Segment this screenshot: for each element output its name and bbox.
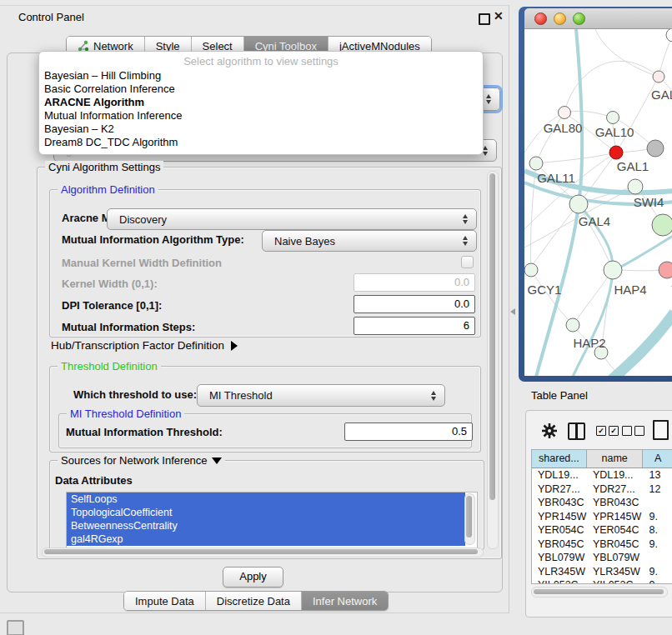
checked-columns-icon[interactable]: ✓ ✓ [596,426,619,436]
mi-type-label: Mutual Information Algorithm Type: [62,233,244,246]
table-cell: 13 [644,468,672,482]
split-pane-arrow[interactable] [510,308,515,315]
combo-stepper-icon [427,391,440,401]
close-icon[interactable]: ✕ [494,9,504,22]
expand-arrow-icon[interactable] [212,458,222,464]
network-node-hap4[interactable] [604,261,622,279]
algorithm-option-dream8-dc-tdc-algorithm[interactable]: Dream8 DC_TDC Algorithm [39,136,483,149]
network-node-gcy1[interactable] [524,263,538,277]
network-node-unlabeled[interactable] [647,140,664,157]
mi-type-select[interactable]: Naive Bayes [262,230,477,252]
tab-impute-data[interactable]: Impute Data [124,592,206,610]
network-node-hap2[interactable] [566,318,579,332]
network-window-titlebar[interactable] [524,8,672,29]
sources-title-text: Sources for Network Inference [61,454,208,467]
table-row[interactable]: YIL052CYIL052C9. [532,578,672,584]
table-row[interactable]: YDL19...YDL19...13 [532,468,672,482]
network-node-gal[interactable] [653,71,664,82]
data-attribute-betweennesscentrality[interactable]: BetweennessCentrality [67,519,465,532]
network-view-window: GALGAL80GAL10GAL1GAL11SWI4GAL4GCY1HAP4YH… [519,7,672,382]
mi-threshold-label: Mutual Information Threshold: [66,426,223,438]
network-canvas[interactable]: GALGAL80GAL10GAL1GAL11SWI4GAL4GCY1HAP4YH… [524,29,672,376]
column-header-name[interactable]: name [587,450,644,468]
kernel-width-field[interactable]: 0.0 [354,273,475,292]
mi-steps-field[interactable]: 6 [354,317,475,335]
network-node-gal4[interactable] [569,195,588,213]
algorithm-option-aracne-algorithm[interactable]: ARACNE Algorithm [39,96,483,109]
attribute-list-vscrollbar[interactable] [464,493,475,545]
table-cell: 9. [644,510,672,524]
table-hscrollbar[interactable] [531,587,668,598]
network-node-label: GAL [651,88,672,102]
kernel-width-label: Kernel Width (0,1): [62,278,158,290]
threshold-definition-title: Threshold Definition [58,360,161,372]
unchecked-columns-icon[interactable] [622,426,644,436]
table-row[interactable]: YLR345WYLR345W9. [532,565,672,579]
table-cell: YBL079W [532,551,587,565]
column-header-shared[interactable]: shared... [532,450,587,468]
algorithm-option-bayesian-hill-climbing[interactable]: Bayesian – Hill Climbing [39,69,483,82]
dpi-tolerance-field[interactable]: 0.0 [354,295,475,313]
mi-threshold-group: MI Threshold Definition Mutual Informati… [58,413,472,448]
data-attribute-gal4rgexp[interactable]: gal4RGexp [67,532,465,546]
table-row[interactable]: YBR045CYBR045C9. [532,538,672,552]
table-row[interactable]: YBL079WYBL079W [532,551,672,565]
table-cell: YIL052C [532,578,587,584]
column-header-a[interactable]: A [643,450,672,468]
algorithm-option-bayesian-k2[interactable]: Bayesian – K2 [39,122,483,136]
network-node-unlabeled[interactable] [666,29,672,42]
columns-icon[interactable] [568,422,585,440]
network-node-label: GAL80 [544,121,583,135]
network-node-label: GCY1 [528,282,562,297]
network-node-y[interactable] [659,262,672,278]
table-cell: 8. [644,523,672,538]
network-edge [530,163,536,270]
combo-stepper-icon [482,94,495,104]
table-row[interactable]: YER054CYER054C8. [532,523,672,538]
network-node-gal10[interactable] [607,112,619,124]
table-cell: YIL052C [587,578,644,584]
sources-title: Sources for Network Inference [58,454,225,467]
hub-definition-section[interactable]: Hub/Transcription Factor Definition [51,339,238,352]
network-edge [564,111,613,118]
algorithm-option-basic-correlation-inference[interactable]: Basic Correlation Inference [39,82,483,96]
network-node-gal11[interactable] [529,157,543,170]
network-edge [601,312,672,376]
tab-infer-network[interactable]: Infer Network [302,592,388,610]
apply-button[interactable]: Apply [223,567,283,588]
collapse-arrow-icon[interactable] [231,341,238,351]
algorithm-option-mutual-information-inference[interactable]: Mutual Information Inference [39,109,483,122]
network-node-swi4[interactable] [628,179,643,194]
table-cell: YDL19... [587,468,644,482]
minimize-traffic-icon[interactable] [554,12,566,25]
docked-panel-icon[interactable] [7,620,24,635]
network-node-gal80[interactable] [559,107,571,119]
data-attribute-topologicalcoefficient[interactable]: TopologicalCoefficient [67,506,465,519]
mi-steps-label: Mutual Information Steps: [62,321,195,333]
table-cell: YDR27... [532,482,587,497]
table-cell: 9. [644,578,672,584]
zoom-traffic-icon[interactable] [573,12,585,25]
node-attribute-table[interactable]: shared...nameA YDL19...YDL19...13YDR27..… [531,449,672,584]
gear-icon[interactable] [541,422,558,442]
float-window-icon[interactable] [479,13,490,25]
table-row[interactable]: YBR043CYBR043C [532,496,672,510]
settings-vscrollbar[interactable] [487,171,499,549]
cyni-algorithm-settings-group: Cyni Algorithm Settings Algorithm Defini… [37,167,502,559]
table-row[interactable]: YDR27...YDR27...12 [532,482,672,497]
aracne-mode-select[interactable]: Discovery [107,208,477,230]
settings-hscrollbar[interactable] [42,548,484,558]
tab-discretize-data[interactable]: Discretize Data [206,592,302,610]
which-threshold-select[interactable]: MI Threshold [197,384,445,407]
network-icon [78,40,89,52]
network-node-unlabeled[interactable] [652,214,672,236]
table-row[interactable]: YPR145WYPR145W9. [532,510,672,524]
mi-threshold-field[interactable]: 0.5 [344,422,473,441]
close-traffic-icon[interactable] [534,12,547,25]
manual-kernel-checkbox[interactable] [461,256,474,268]
network-node-label: HAP4 [614,282,646,297]
network-node-gal1[interactable] [609,146,623,159]
data-attributes-list[interactable]: SelfLoopsTopologicalCoefficientBetweenne… [66,492,478,548]
document-icon[interactable] [653,420,669,440]
data-attribute-selfloops[interactable]: SelfLoops [67,492,465,506]
